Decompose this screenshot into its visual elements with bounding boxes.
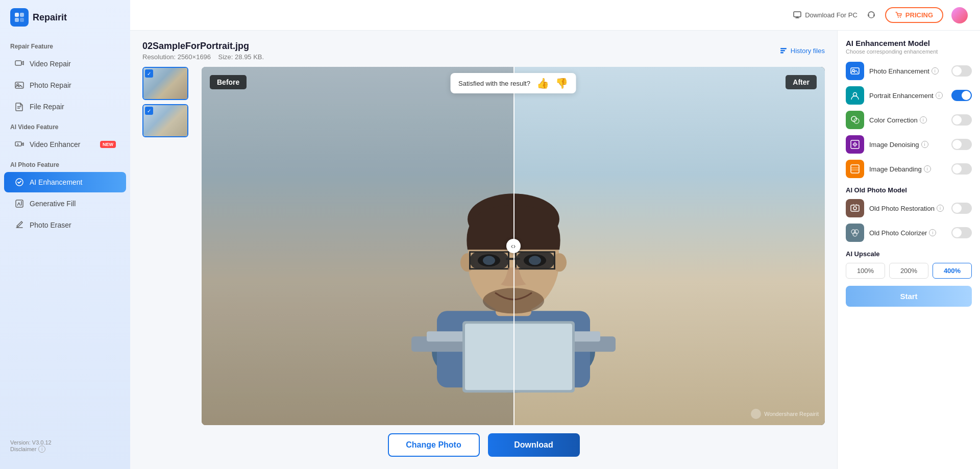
sidebar-item-photo-repair-label: Photo Repair <box>30 81 71 89</box>
svg-rect-1 <box>20 13 24 17</box>
image-debanding-info-icon[interactable]: i <box>924 165 931 172</box>
satisfaction-bar: Satisfied with the result? 👍 👎 <box>450 73 576 93</box>
image-denoising-toggle[interactable] <box>951 139 972 150</box>
portrait-enhancement-icon <box>846 86 864 105</box>
svg-rect-3 <box>20 18 24 22</box>
ai-enhancement-icon <box>14 177 24 187</box>
old-photo-colorizer-toggle[interactable] <box>951 227 972 238</box>
file-resolution: Resolution: 2560×1696 <box>142 53 211 61</box>
svg-point-18 <box>900 17 901 18</box>
history-files-button[interactable]: History files <box>779 47 825 55</box>
svg-rect-20 <box>780 50 785 52</box>
thumbnail-2[interactable]: ✓ <box>142 104 188 137</box>
ai-video-feature-section: AI Video Feature <box>0 117 130 134</box>
image-debanding-icon <box>846 160 864 178</box>
cart-icon <box>895 12 902 19</box>
download-for-pc-button[interactable]: Download For PC <box>793 11 857 20</box>
svg-point-34 <box>483 256 495 265</box>
sidebar-item-video-repair[interactable]: Video Repair <box>4 54 126 74</box>
photo-enhancement-info-icon[interactable]: i <box>932 67 939 75</box>
portrait-enhancement-row: Portrait Enhancement i <box>846 86 972 105</box>
monitor-icon <box>793 11 802 20</box>
image-denoising-row: Image Denoising i <box>846 135 972 154</box>
logo-area: Repairit <box>0 8 130 37</box>
sidebar-item-ai-enhancement[interactable]: AI Enhancement <box>4 172 126 192</box>
svg-rect-42 <box>469 268 509 270</box>
image-denoising-label: Image Denoising i <box>869 141 946 149</box>
download-pc-label: Download For PC <box>805 11 857 19</box>
satisfaction-text: Satisfied with the result? <box>458 80 530 87</box>
watermark: Wondershare Repairit <box>751 409 819 419</box>
svg-rect-15 <box>868 14 869 16</box>
file-meta: Resolution: 2560×1696 Size: 28.95 KB. <box>142 53 264 61</box>
svg-point-12 <box>21 201 22 202</box>
headset-icon[interactable] <box>866 10 877 21</box>
svg-point-35 <box>529 256 541 265</box>
pricing-button[interactable]: PRICING <box>885 7 943 23</box>
sidebar-item-video-enhancer[interactable]: Video Enhancer NEW <box>4 134 126 155</box>
svg-rect-48 <box>465 324 572 390</box>
color-correction-info-icon[interactable]: i <box>920 116 927 124</box>
color-correction-icon <box>846 111 864 129</box>
upscale-400-button[interactable]: 400% <box>933 263 972 279</box>
ai-model-subtitle: Choose corresponding enhancement <box>846 48 972 55</box>
image-denoising-info-icon[interactable]: i <box>921 141 928 148</box>
svg-point-17 <box>898 17 899 18</box>
svg-rect-2 <box>15 18 19 22</box>
right-panel: AI Enhancement Model Choose correspondin… <box>837 31 980 469</box>
repair-feature-section: Repair Feature <box>0 37 130 53</box>
portrait-enhancement-toggle[interactable] <box>951 90 972 101</box>
before-label: Before <box>210 75 247 89</box>
bottom-actions: Change Photo Download <box>142 425 825 459</box>
portrait-enhancement-info-icon[interactable]: i <box>936 92 943 99</box>
old-photo-restoration-toggle[interactable] <box>951 203 972 214</box>
watermark-logo <box>751 409 761 419</box>
sidebar-item-generative-fill[interactable]: Generative Fill <box>4 193 126 214</box>
sidebar-item-photo-eraser-label: Photo Eraser <box>30 221 71 229</box>
sidebar-item-file-repair[interactable]: File Repair <box>4 96 126 117</box>
thumbnail-1[interactable]: ✓ <box>142 67 188 100</box>
download-button[interactable]: Download <box>488 433 580 457</box>
upscale-100-button[interactable]: 100% <box>846 263 885 279</box>
portrait-enhancement-label: Portrait Enhancement i <box>869 92 946 100</box>
app-logo-icon <box>10 8 29 27</box>
generative-fill-icon <box>14 199 24 209</box>
old-photo-model-title: AI Old Photo Model <box>846 186 972 194</box>
photo-repair-icon <box>14 80 24 90</box>
svg-rect-57 <box>851 205 859 211</box>
svg-point-58 <box>853 207 856 210</box>
old-photo-colorizer-icon <box>846 224 864 242</box>
old-photo-colorizer-label: Old Photo Colorizer i <box>869 229 946 237</box>
svg-rect-41 <box>554 252 555 270</box>
photo-enhancement-toggle[interactable] <box>951 65 972 77</box>
old-photo-restoration-icon <box>846 199 864 217</box>
old-photo-colorizer-info-icon[interactable]: i <box>929 229 936 236</box>
upscale-200-button[interactable]: 200% <box>889 263 928 279</box>
history-files-label: History files <box>791 47 825 55</box>
old-photo-restoration-label: Old Photo Restoration i <box>869 205 946 212</box>
start-button[interactable]: Start <box>846 286 972 307</box>
color-correction-row: Color Correction i <box>846 111 972 129</box>
svg-rect-39 <box>508 252 509 270</box>
svg-rect-21 <box>780 52 783 54</box>
color-correction-toggle[interactable] <box>951 114 972 126</box>
user-avatar[interactable] <box>951 7 968 23</box>
old-photo-restoration-info-icon[interactable]: i <box>937 205 944 212</box>
video-enhancer-icon <box>14 139 24 150</box>
divider-handle[interactable]: ‹› <box>506 239 521 253</box>
svg-rect-19 <box>780 48 787 50</box>
sidebar-item-photo-repair[interactable]: Photo Repair <box>4 75 126 95</box>
change-photo-button[interactable]: Change Photo <box>388 433 480 457</box>
file-size: Size: 28.95 KB. <box>218 53 264 61</box>
thumbs-up-button[interactable]: 👍 <box>536 77 549 89</box>
sidebar-item-photo-eraser[interactable]: Photo Eraser <box>4 215 126 235</box>
disclaimer-link[interactable]: Disclaimer i <box>10 446 120 453</box>
thumbs-down-button[interactable]: 👎 <box>555 77 568 89</box>
sidebar: Repairit Repair Feature Video Repair Pho… <box>0 0 130 469</box>
svg-rect-9 <box>15 142 21 146</box>
video-repair-icon <box>14 59 24 69</box>
upscale-options: 100% 200% 400% <box>846 263 972 279</box>
file-name: 02SampleForPortrait.jpg <box>142 41 264 52</box>
app-name: Repairit <box>33 12 67 23</box>
image-debanding-toggle[interactable] <box>951 163 972 175</box>
